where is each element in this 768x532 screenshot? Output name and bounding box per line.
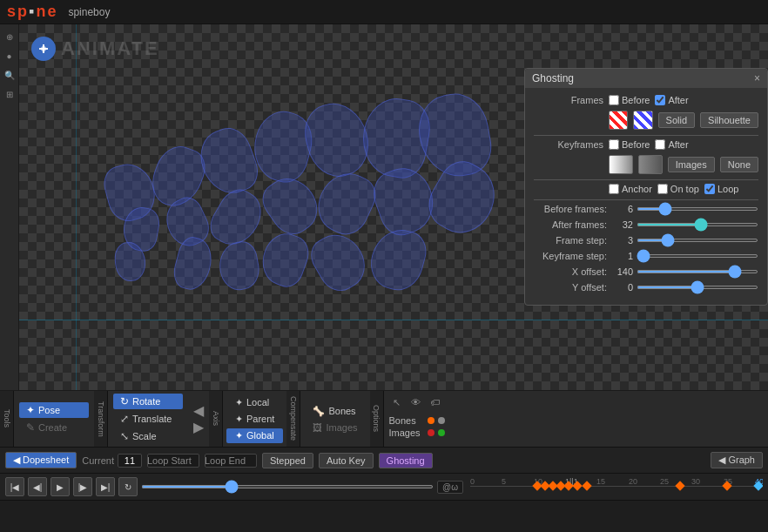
frame-step-label: Frame step: xyxy=(534,235,612,246)
tools-section: Tools ✦ Pose ✎ Create xyxy=(0,391,94,447)
options-images-label: Images xyxy=(389,428,424,438)
tag-icon[interactable]: 🏷 xyxy=(428,394,443,410)
options-label: Options xyxy=(370,391,384,447)
sidebar-icon-zoom[interactable]: 🔍 xyxy=(3,68,17,82)
keyframe-step-slider[interactable] xyxy=(637,254,758,258)
frames-before-checkbox[interactable]: Before xyxy=(609,95,650,105)
pose-button[interactable]: ✦ Pose xyxy=(19,402,89,418)
transform-section: Transform ↻ Rotate ⤢ Translate ⤡ Scale ◀… xyxy=(94,391,209,447)
translate-icon: ⤢ xyxy=(120,413,129,425)
keyframe-step-val: 1 xyxy=(612,251,637,261)
x-offset-slider[interactable] xyxy=(637,270,758,273)
bottom-bar: ◀ Dopesheet Current 11 Loop Start Loop E… xyxy=(0,447,768,473)
app-logo: sp▪ne xyxy=(7,3,57,21)
images-button[interactable]: Images xyxy=(668,157,715,172)
frames-after-color[interactable] xyxy=(633,111,652,130)
play-button[interactable]: ▶ xyxy=(51,477,70,496)
loop-checkbox[interactable]: Loop xyxy=(704,184,738,194)
tools-label: Tools xyxy=(0,391,14,447)
ghosting-close-button[interactable]: × xyxy=(754,72,760,84)
cursor-icon[interactable]: ↖ xyxy=(389,394,405,410)
animate-label: ANIMATE xyxy=(31,37,159,61)
frames-after-checkbox[interactable]: After xyxy=(655,95,688,105)
after-frames-val: 32 xyxy=(612,219,637,230)
frame-step-slider[interactable] xyxy=(637,239,758,242)
loop-end-input[interactable] xyxy=(205,454,257,468)
loop-button[interactable]: ↻ xyxy=(118,477,138,496)
options-bones-row: Bones xyxy=(389,415,445,426)
ghosting-panel-body: Frames Before After Solid Silhouette xyxy=(525,88,767,305)
y-offset-row: Y offset: 0 xyxy=(534,282,758,293)
kf-after-color[interactable] xyxy=(638,155,663,174)
sidebar-icon-fit[interactable]: ⊞ xyxy=(3,87,17,101)
timeline-ruler-container: 0 5 10 1||1 15 20 25 30 35 40 45 50 55 6… xyxy=(470,477,763,496)
ontop-checkbox[interactable]: On top xyxy=(657,184,699,194)
scale-icon: ⤡ xyxy=(120,430,129,442)
global-button[interactable]: ✦ Global xyxy=(226,428,283,443)
skip-end-button[interactable]: ▶| xyxy=(96,477,115,496)
silhouette-button[interactable]: Silhouette xyxy=(700,112,758,128)
none-button[interactable]: None xyxy=(720,157,758,172)
before-frames-label: Before frames: xyxy=(534,204,612,214)
loop-start-input[interactable] xyxy=(147,454,199,468)
frames-before-color[interactable] xyxy=(609,111,628,130)
current-value[interactable]: 11 xyxy=(118,454,142,468)
parent-button[interactable]: ✦ Parent xyxy=(226,412,283,427)
sidebar-icon-1[interactable]: ⊕ xyxy=(3,30,17,44)
x-offset-label: X offset: xyxy=(534,266,612,277)
step-back-button[interactable]: ◀| xyxy=(28,477,47,496)
images-dot-1 xyxy=(428,429,435,436)
transform-buttons: ↻ Rotate ⤢ Translate ⤡ Scale xyxy=(108,391,188,447)
step-forward-button[interactable]: |▶ xyxy=(73,477,92,496)
translate-button[interactable]: ⤢ Translate xyxy=(113,411,183,427)
comp-bones-button[interactable]: 🦴 Bones xyxy=(306,404,364,419)
stepped-button[interactable]: Stepped xyxy=(262,453,313,468)
solid-button[interactable]: Solid xyxy=(658,112,695,128)
svg-point-0 xyxy=(41,46,46,51)
anchor-checkbox[interactable]: Anchor xyxy=(609,184,652,194)
loop-end-field: Loop End xyxy=(205,454,257,468)
playback-controls: |◀ ◀| ▶ |▶ ▶| ↻ @ω 0 5 10 1||1 15 20 25 … xyxy=(0,474,768,501)
create-button[interactable]: ✎ Create xyxy=(19,420,89,435)
local-button[interactable]: ✦ Local xyxy=(226,395,283,410)
dopesheet-button[interactable]: ◀ Dopesheet xyxy=(5,452,77,468)
scale-button[interactable]: ⤡ Scale xyxy=(113,428,183,444)
ghost-container xyxy=(106,94,507,338)
keyframe-8[interactable] xyxy=(675,481,684,490)
keyframes-row: Keyframes Before After xyxy=(534,139,758,150)
axis-label: Axis xyxy=(209,391,223,447)
sidebar-icon-2[interactable]: ● xyxy=(3,49,17,63)
options-icons-row: ↖ 👁 🏷 xyxy=(389,394,445,410)
kf-before-color[interactable] xyxy=(609,155,633,174)
x-offset-row: X offset: 140 xyxy=(534,266,758,277)
kf-color-row: Images None xyxy=(534,155,758,174)
options-section: Options ↖ 👁 🏷 Bones Images xyxy=(370,391,450,447)
keyframe-7[interactable] xyxy=(582,481,591,490)
ghosting-panel: Ghosting × Frames Before After xyxy=(524,68,768,306)
kf-after-checkbox[interactable]: After xyxy=(655,139,688,150)
rotate-icon: ↻ xyxy=(120,395,129,407)
auto-key-button[interactable]: Auto Key xyxy=(319,453,374,468)
before-frames-slider[interactable] xyxy=(637,207,758,211)
y-offset-val: 0 xyxy=(612,282,637,293)
compensate-label: Compensate xyxy=(286,391,300,447)
ghosting-button[interactable]: Ghosting xyxy=(379,453,433,468)
frame-step-val: 3 xyxy=(612,235,637,246)
after-frames-slider[interactable] xyxy=(637,223,758,226)
eye-icon[interactable]: 👁 xyxy=(408,394,424,410)
comp-images-button[interactable]: 🖼 Images xyxy=(306,421,364,434)
comp-bones-icon: 🦴 xyxy=(313,406,325,417)
comp-images-icon: 🖼 xyxy=(313,422,322,433)
after-frames-label: After frames: xyxy=(534,219,612,230)
skip-start-button[interactable]: |◀ xyxy=(5,477,24,496)
keyframe-step-row: Keyframe step: 1 xyxy=(534,251,758,261)
main-area: ⊕ ● 🔍 ⊞ ANIMATE xyxy=(0,24,768,390)
graph-button[interactable]: ◀ Graph xyxy=(711,452,763,468)
images-dot-2 xyxy=(438,429,445,436)
rotate-button[interactable]: ↻ Rotate xyxy=(113,394,183,409)
speed-slider[interactable] xyxy=(141,485,434,488)
before-frames-val: 6 xyxy=(612,204,637,214)
kf-before-checkbox[interactable]: Before xyxy=(609,139,650,150)
compensate-section: Compensate 🦴 Bones 🖼 Images xyxy=(286,391,369,447)
y-offset-slider[interactable] xyxy=(637,286,758,289)
